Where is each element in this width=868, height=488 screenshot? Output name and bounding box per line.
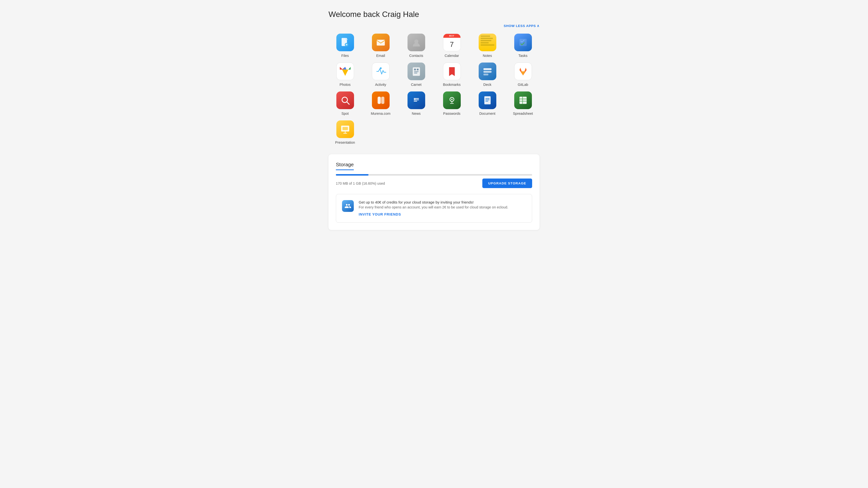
upgrade-storage-button[interactable]: UPGRADE STORAGE [482, 178, 532, 188]
invite-friends-button[interactable]: INVITE YOUR FRIENDS [359, 213, 401, 216]
app-icon-tasks [514, 34, 532, 51]
app-icon-spreadsheet [514, 92, 532, 109]
svg-rect-31 [342, 127, 348, 130]
app-item-calendar[interactable]: MAY 7 Calendar [435, 34, 468, 58]
app-label-document: Document [479, 111, 496, 116]
storage-info-row: 170 MB of 1 GB (16.60%) used UPGRADE STO… [336, 178, 532, 188]
svg-marker-8 [342, 70, 348, 76]
app-item-murena[interactable]: Murena.com [364, 92, 397, 116]
app-label-contacts: Contacts [409, 54, 423, 58]
app-label-deck: Deck [483, 83, 491, 87]
app-item-passwords[interactable]: Passwords [435, 92, 468, 116]
svg-line-19 [347, 102, 349, 104]
app-label-activity: Activity [375, 83, 386, 87]
app-item-notes[interactable]: Notes [471, 34, 504, 58]
app-item-bookmarks[interactable]: Bookmarks [435, 63, 468, 87]
app-label-murena: Murena.com [371, 111, 391, 116]
app-item-presentation[interactable]: Presentation [329, 121, 362, 144]
app-item-tasks[interactable]: Tasks [506, 34, 539, 58]
storage-used-text: 170 MB of 1 GB (16.60%) used [336, 182, 385, 185]
svg-rect-11 [414, 69, 415, 70]
storage-bar-fill [336, 174, 369, 175]
app-label-files: Files [341, 54, 349, 58]
invite-icon [342, 200, 354, 212]
app-label-spot: Spot [342, 111, 349, 116]
app-label-email: Email [376, 54, 385, 58]
svg-rect-27 [519, 97, 526, 104]
svg-point-25 [451, 99, 453, 100]
svg-rect-23 [414, 98, 415, 100]
app-icon-contacts [407, 34, 425, 51]
svg-rect-16 [483, 71, 491, 73]
app-item-spot[interactable]: Spot [329, 92, 362, 116]
app-label-notes: Notes [483, 54, 492, 58]
svg-rect-21 [381, 97, 384, 104]
app-label-passwords: Passwords [443, 111, 460, 116]
app-icon-email [372, 34, 390, 51]
invite-content: Get up to 40€ of credits for your cloud … [359, 200, 526, 217]
app-label-presentation: Presentation [335, 140, 355, 144]
svg-rect-26 [484, 96, 491, 104]
app-icon-files [336, 34, 354, 51]
apps-grid: Files Email Contacts MAY 7 Calendar Note… [329, 34, 539, 144]
app-icon-bookmarks [443, 63, 461, 80]
app-icon-news [407, 92, 425, 109]
storage-section: Storage 170 MB of 1 GB (16.60%) used UPG… [329, 154, 539, 230]
app-icon-deck [479, 63, 496, 80]
app-item-files[interactable]: Files [329, 34, 362, 58]
svg-rect-13 [414, 71, 418, 72]
app-item-email[interactable]: Email [364, 34, 397, 58]
app-icon-passwords [443, 92, 461, 109]
welcome-title: Welcome back Craig Hale [329, 10, 539, 19]
storage-bar-container [336, 174, 532, 175]
app-item-deck[interactable]: Deck [471, 63, 504, 87]
app-label-gitlab: GitLab [518, 83, 528, 87]
invite-main-text: Get up to 40€ of credits for your cloud … [359, 200, 526, 204]
app-icon-carnet [407, 63, 425, 80]
app-icon-activity [372, 63, 390, 80]
app-label-photos: Photos [340, 83, 350, 87]
app-label-bookmarks: Bookmarks [443, 83, 461, 87]
svg-rect-15 [483, 68, 491, 70]
app-label-calendar: Calendar [444, 54, 459, 58]
app-label-carnet: Carnet [411, 83, 422, 87]
invite-card: Get up to 40€ of credits for your cloud … [336, 194, 532, 223]
app-icon-presentation [336, 121, 354, 138]
svg-point-9 [380, 67, 381, 69]
app-icon-spot [336, 92, 354, 109]
invite-sub-text: For every friend who opens an account, y… [359, 205, 526, 209]
app-label-news: News [412, 111, 421, 116]
svg-rect-22 [413, 97, 420, 104]
chevron-up-icon [537, 24, 539, 28]
svg-rect-17 [483, 73, 488, 75]
svg-rect-20 [378, 97, 381, 104]
show-less-row: SHOW LESS APPS [329, 24, 539, 28]
app-icon-gitlab [514, 63, 532, 80]
app-label-tasks: Tasks [518, 54, 527, 58]
app-item-document[interactable]: Document [471, 92, 504, 116]
app-item-contacts[interactable]: Contacts [400, 34, 433, 58]
storage-title: Storage [336, 162, 354, 170]
app-label-spreadsheet: Spreadsheet [513, 111, 533, 116]
app-item-spreadsheet[interactable]: Spreadsheet [506, 92, 539, 116]
svg-rect-4 [519, 39, 526, 46]
app-item-photos[interactable]: Photos [329, 63, 362, 87]
app-item-activity[interactable]: Activity [364, 63, 397, 87]
app-item-gitlab[interactable]: GitLab [506, 63, 539, 87]
app-icon-calendar: MAY 7 [443, 34, 461, 51]
app-icon-notes [479, 34, 496, 51]
show-less-button[interactable]: SHOW LESS APPS [504, 24, 539, 28]
svg-rect-14 [414, 73, 417, 73]
app-item-carnet[interactable]: Carnet [400, 63, 433, 87]
app-icon-murena [372, 92, 390, 109]
show-less-label: SHOW LESS APPS [504, 24, 536, 28]
svg-rect-2 [377, 40, 385, 45]
app-item-news[interactable]: News [400, 92, 433, 116]
app-icon-photos [336, 63, 354, 80]
app-icon-document [479, 92, 496, 109]
svg-rect-12 [416, 69, 418, 70]
page-container: Welcome back Craig Hale SHOW LESS APPS F… [323, 0, 545, 240]
